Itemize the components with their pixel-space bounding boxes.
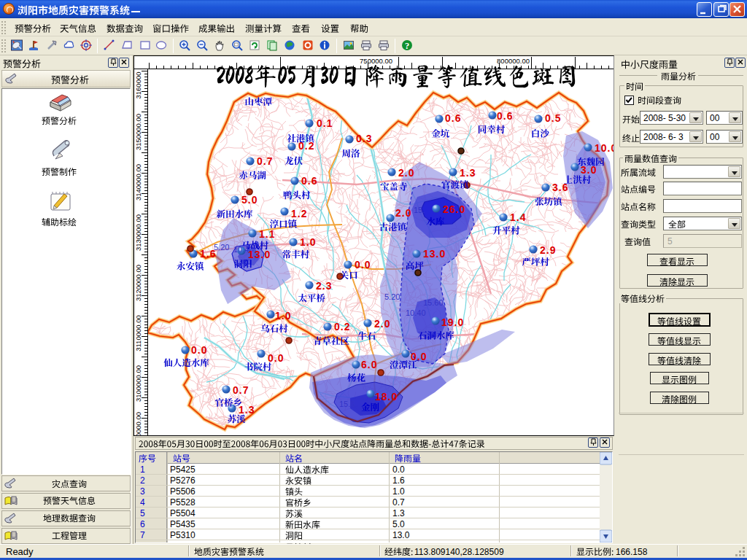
svg-text:1.0: 1.0 [300, 236, 316, 248]
svg-text:1.1: 1.1 [259, 228, 275, 240]
svg-text:0.0: 0.0 [268, 352, 284, 364]
svg-text:0.6: 0.6 [497, 110, 513, 122]
svg-text:3.6: 3.6 [552, 182, 568, 193]
svg-text:2.3: 2.3 [316, 280, 332, 292]
svg-text:0.1: 0.1 [317, 117, 333, 129]
svg-text:0.7: 0.7 [233, 384, 249, 396]
svg-text:2.0: 2.0 [374, 318, 390, 330]
svg-text:0.6: 0.6 [301, 175, 317, 187]
svg-text:0.0: 0.0 [355, 259, 371, 271]
svg-text:6.0: 6.0 [361, 359, 377, 370]
svg-text:1.0: 1.0 [275, 310, 291, 322]
svg-text:1.4: 1.4 [510, 211, 526, 223]
svg-text:19.0: 19.0 [441, 316, 464, 328]
svg-text:15.: 15. [414, 206, 425, 214]
svg-text:0.6: 0.6 [445, 112, 461, 124]
svg-text:5.0: 5.0 [241, 194, 258, 206]
svg-text:1.3: 1.3 [239, 404, 255, 416]
svg-text:2.0: 2.0 [395, 207, 411, 219]
svg-text:?: ? [405, 41, 409, 51]
svg-text:0.7: 0.7 [257, 155, 273, 167]
svg-text:2.9: 2.9 [540, 244, 556, 256]
svg-text:10.40: 10.40 [406, 308, 426, 317]
svg-text:13.0: 13.0 [423, 248, 446, 260]
svg-text:26.0: 26.0 [443, 203, 465, 215]
svg-text:13.0: 13.0 [248, 249, 271, 260]
svg-text:0.2: 0.2 [334, 321, 350, 332]
svg-text:2.0: 2.0 [398, 167, 414, 179]
svg-text:15.60: 15.60 [423, 298, 444, 307]
svg-text:0.0: 0.0 [411, 351, 427, 362]
svg-text:1.2: 1.2 [291, 208, 307, 219]
svg-text:1.3: 1.3 [460, 167, 476, 179]
svg-text:5.20: 5.20 [384, 292, 400, 301]
svg-text:3.0: 3.0 [581, 164, 597, 176]
svg-text:10.0: 10.0 [595, 142, 614, 154]
svg-text:0.0: 0.0 [191, 344, 207, 356]
svg-text:0.5: 0.5 [545, 112, 561, 124]
svg-text:18.0: 18.0 [375, 391, 398, 402]
svg-text:0.2: 0.2 [298, 140, 314, 152]
svg-text:0.3: 0.3 [356, 133, 372, 144]
svg-text:15.6: 15.6 [339, 400, 355, 408]
svg-text:1.6: 1.6 [200, 248, 216, 260]
